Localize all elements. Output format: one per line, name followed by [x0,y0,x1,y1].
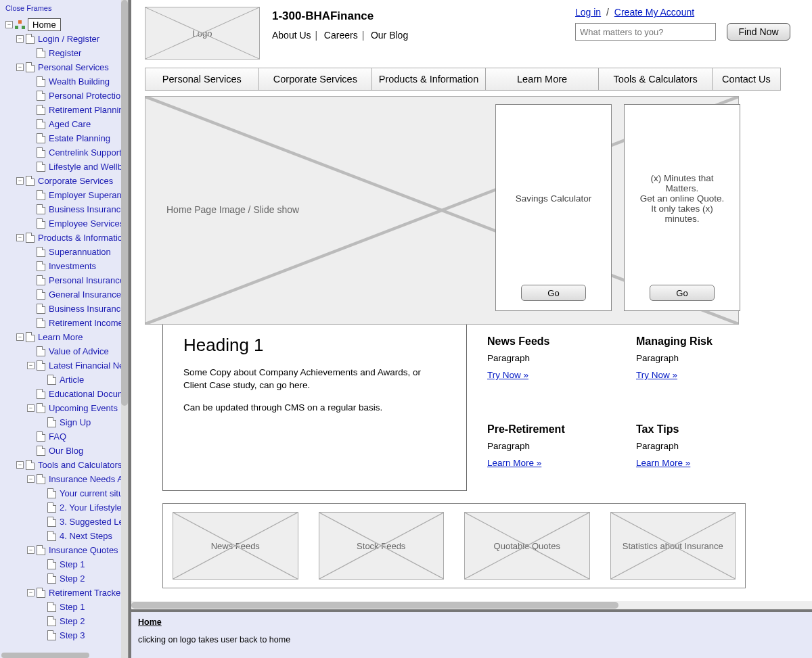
tree-item[interactable]: −Insurance Quotes [3,543,129,557]
tree-item[interactable]: −Personal Services [3,60,129,74]
expand-toggle-icon[interactable]: − [16,35,24,43]
nav-contact-us[interactable]: Contact Us [713,68,780,90]
tree-item[interactable]: Personal Insurance [3,273,129,287]
page-icon [26,332,35,342]
tree-item[interactable]: −Login / Register [3,32,129,46]
tile-placeholder[interactable]: Statistics about Insurance [610,512,736,580]
tree-item[interactable]: −Products & Information [3,231,129,245]
tree-item[interactable]: Educational Documents [3,387,129,401]
tree-item-label: 3. Suggested Level [60,517,129,527]
feature-link[interactable]: Try Now » [636,370,677,380]
feature-link[interactable]: Try Now » [487,370,528,380]
page-icon [37,474,45,484]
tree-item[interactable]: Wealth Building [3,74,129,89]
tree-item[interactable]: Value of Advice [3,344,129,358]
tree-item[interactable]: −Latest Financial News [3,358,129,373]
expand-toggle-icon[interactable]: − [27,475,35,483]
tile-placeholder[interactable]: News Feeds [173,512,298,580]
tree-item[interactable]: FAQ [3,429,129,444]
tile-placeholder[interactable]: Quotable Quotes [464,512,590,580]
tree-item[interactable]: Aged Care [3,117,129,131]
page-icon [37,105,45,115]
nav-products-information[interactable]: Products & Information [372,68,486,90]
tree-item[interactable]: −Home [3,18,129,32]
page-icon [37,76,45,87]
sidebar-scrollbar-vertical[interactable] [121,0,128,658]
tree-item[interactable]: General Insurance [3,287,129,302]
login-link[interactable]: Log in [575,7,601,18]
tile-placeholder[interactable]: Stock Feeds [319,512,445,580]
tree-item[interactable]: 4. Next Steps [3,529,129,543]
tree-item[interactable]: Investments [3,259,129,273]
tree-item[interactable]: Article [3,373,129,387]
tree-item-label: FAQ [49,431,66,442]
tree-item[interactable]: Step 1 [3,557,129,571]
tree-item[interactable]: Your current situation [3,486,129,500]
canvas-scrollbar-horizontal[interactable] [131,601,812,609]
expand-toggle-icon[interactable]: − [16,234,24,241]
expand-toggle-icon[interactable]: − [16,64,24,71]
sidebar-scrollbar-horizontal[interactable] [0,651,128,658]
expand-toggle-icon[interactable]: − [27,404,35,412]
tree-item[interactable]: Step 3 [3,628,129,642]
tree-item[interactable]: −Insurance Needs Analysis [3,472,129,486]
tree-item[interactable]: Retirement Income [3,316,129,330]
page-icon [37,403,45,413]
expand-toggle-icon[interactable]: − [27,589,35,596]
tree-item-label: 4. Next Steps [60,531,112,541]
tree-item[interactable]: −Upcoming Events [3,401,129,415]
tree-item[interactable]: Retirement Planning [3,103,129,117]
tree-item[interactable]: Personal Protection [3,89,129,103]
expand-toggle-icon[interactable]: − [27,546,35,554]
tree-item[interactable]: −Learn More [3,330,129,344]
tree-item[interactable]: Employer Superannuation [3,188,129,202]
tree-item[interactable]: Step 2 [3,614,129,628]
feature-link[interactable]: Learn More » [487,458,541,468]
hero-card-savings: Savings Calculator Go [495,104,612,311]
sidebar-panel: Close Frames −Home−Login / RegisterRegis… [0,0,129,658]
page-icon [47,559,56,569]
tree-item[interactable]: Our Blog [3,444,129,458]
go-button-savings[interactable]: Go [521,285,586,301]
tree-item[interactable]: Employee Services [3,216,129,231]
tree-item[interactable]: Register [3,46,129,60]
create-account-link[interactable]: Create My Account [614,7,694,18]
link-careers[interactable]: Careers [324,30,358,41]
nav-corporate-services[interactable]: Corporate Services [259,68,373,90]
tree-item[interactable]: Business Insurance [3,202,129,216]
tree-item-label: Educational Documents [49,389,129,399]
expand-toggle-icon[interactable]: − [16,461,24,469]
nav-learn-more[interactable]: Learn More [486,68,600,90]
nav-personal-services[interactable]: Personal Services [145,68,259,90]
tree-item-label: Insurance Needs Analysis [49,474,129,484]
tree-item[interactable]: Step 1 [3,600,129,614]
nav-tools-calculators[interactable]: Tools & Calculators [599,68,713,90]
page-icon [37,275,45,285]
tree-item[interactable]: −Retirement Tracker [3,586,129,600]
expand-toggle-icon[interactable]: − [27,362,35,369]
search-input[interactable] [575,23,716,41]
feature-link[interactable]: Learn More » [636,458,690,468]
go-button-quote[interactable]: Go [650,285,715,301]
tree-item[interactable]: −Corporate Services [3,174,129,188]
tree-item[interactable]: Centrelink Support [3,145,129,160]
tree-item[interactable]: Step 2 [3,571,129,586]
expand-toggle-icon[interactable]: − [16,177,24,185]
expand-toggle-icon[interactable]: − [5,21,13,28]
tree-item[interactable]: −Tools and Calculators [3,458,129,472]
tree-item-label: Latest Financial News [49,360,129,371]
tree-item[interactable]: 3. Suggested Level [3,515,129,529]
find-now-button[interactable]: Find Now [727,23,790,41]
tree-item[interactable]: Business Insurance [3,302,129,316]
feature-para: Paragraph [636,353,778,363]
tree-item[interactable]: Lifestyle and Wellbeing [3,160,129,174]
tree-item[interactable]: Sign Up [3,415,129,429]
logo-placeholder[interactable]: Logo [145,7,260,60]
expand-toggle-icon[interactable]: − [16,333,24,341]
tree-item[interactable]: Estate Planning [3,131,129,145]
close-frames-link[interactable]: Close Frames [0,0,129,16]
link-blog[interactable]: Our Blog [371,30,408,41]
tree-item[interactable]: 2. Your Lifestyle Expenses [3,500,129,515]
link-about[interactable]: About Us [272,30,311,41]
tree-item[interactable]: Superannuation [3,245,129,259]
